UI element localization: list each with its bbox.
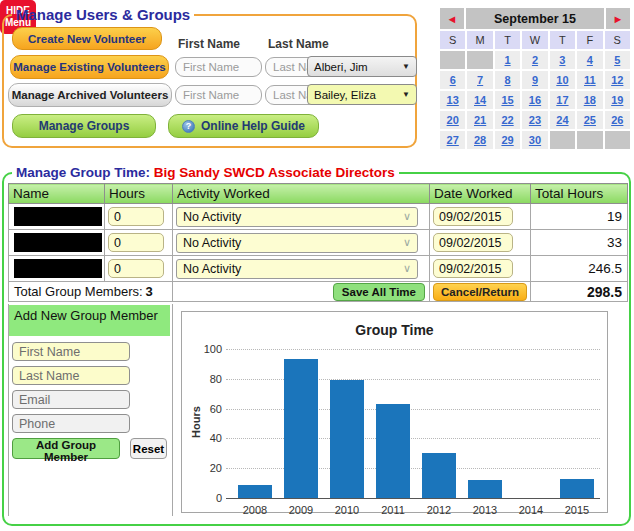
calendar-day-header: S <box>440 31 465 49</box>
calendar-date-link[interactable]: 1 <box>505 54 511 66</box>
activity-select[interactable]: No Activity∨ <box>176 233 418 253</box>
calendar-date-link[interactable]: 18 <box>584 94 596 106</box>
add-group-member-button[interactable]: Add Group Member <box>12 438 120 459</box>
chart-bar-2009 <box>284 359 318 498</box>
member-name-redacted <box>14 233 102 252</box>
calendar-date-link[interactable]: 13 <box>447 94 459 106</box>
calendar-date-link[interactable]: 4 <box>587 54 593 66</box>
chart-bar-2011 <box>376 404 410 498</box>
activity-selected-value: No Activity <box>183 210 241 224</box>
calendar-date-link[interactable]: 22 <box>501 114 513 126</box>
new-member-email-input[interactable] <box>12 390 130 409</box>
column-header: Hours <box>105 184 173 204</box>
row-total-hours: 33 <box>531 230 628 256</box>
date-worked-input[interactable] <box>433 259 513 278</box>
calendar-date-cell: 25 <box>577 111 602 129</box>
existing-volunteer-select[interactable]: Alberi, Jim ▼ <box>307 56 417 77</box>
calendar-date-cell: 30 <box>522 131 547 149</box>
calendar-date-link[interactable]: 3 <box>559 54 565 66</box>
calendar-date-link[interactable]: 12 <box>611 74 623 86</box>
calendar-date-link[interactable]: 6 <box>450 74 456 86</box>
calendar-date-link[interactable]: 20 <box>447 114 459 126</box>
total-group-members-label: Total Group Members: <box>14 284 143 299</box>
calendar-date-cell: 16 <box>522 91 547 109</box>
cancel-return-button[interactable]: Cancel/Return <box>433 283 527 301</box>
activity-select[interactable]: No Activity∨ <box>176 259 418 279</box>
calendar-title: September 15 <box>466 8 604 29</box>
calendar-date-link[interactable]: 27 <box>447 134 459 146</box>
calendar-date-link[interactable]: 2 <box>532 54 538 66</box>
calendar-date-cell: 9 <box>522 71 547 89</box>
calendar-date-link[interactable]: 21 <box>474 114 486 126</box>
calendar-date-cell: 29 <box>495 131 520 149</box>
activity-cell: No Activity∨ <box>173 204 430 230</box>
calendar-date-cell: 28 <box>467 131 492 149</box>
chart-title: Group Time <box>182 322 607 338</box>
calendar-date-link[interactable]: 23 <box>529 114 541 126</box>
chart-x-tick-label: 2010 <box>324 504 370 516</box>
calendar-date-cell: 20 <box>440 111 465 129</box>
chart-x-tick-label: 2014 <box>508 504 554 516</box>
hours-input[interactable] <box>108 233 164 252</box>
hours-cell <box>105 230 173 256</box>
existing-first-name-input[interactable] <box>175 57 262 77</box>
chart-bar-2012 <box>422 453 456 498</box>
chart-gridline <box>226 409 600 410</box>
new-member-first-name-input[interactable] <box>12 342 130 361</box>
calendar-date-link[interactable]: 15 <box>501 94 513 106</box>
help-question-icon: ? <box>182 120 195 133</box>
calendar-empty-cell <box>577 131 602 149</box>
calendar-date-link[interactable]: 9 <box>532 74 538 86</box>
new-member-phone-input[interactable] <box>12 414 130 433</box>
calendar-date-link[interactable]: 14 <box>474 94 486 106</box>
archived-first-name-input[interactable] <box>175 85 262 105</box>
calendar-date-link[interactable]: 19 <box>611 94 623 106</box>
create-new-volunteer-button[interactable]: Create New Volunteer <box>12 27 162 50</box>
date-worked-input[interactable] <box>433 233 513 252</box>
add-member-header: Add New Group Member <box>9 305 170 336</box>
calendar-date-link[interactable]: 7 <box>477 74 483 86</box>
activity-select[interactable]: No Activity∨ <box>176 207 418 227</box>
column-header: Activity Worked <box>173 184 430 204</box>
hours-input[interactable] <box>108 207 164 226</box>
hours-input[interactable] <box>108 259 164 278</box>
calendar-day-header: F <box>577 31 602 49</box>
manage-existing-volunteers-button[interactable]: Manage Existing Volunteers <box>10 55 169 79</box>
group-name: Big Sandy SWCD Associate Directors <box>154 165 395 180</box>
date-cell <box>430 204 531 230</box>
manage-archived-volunteers-button[interactable]: Manage Archived Volunteers <box>8 83 172 107</box>
calendar-date-link[interactable]: 16 <box>529 94 541 106</box>
calendar-date-cell: 19 <box>605 91 630 109</box>
calendar-date-cell: 10 <box>550 71 575 89</box>
calendar-empty-cell <box>605 131 630 149</box>
calendar-date-link[interactable]: 28 <box>474 134 486 146</box>
calendar-date-link[interactable]: 29 <box>501 134 513 146</box>
group-time-title: Manage Group Time: <box>16 165 150 180</box>
calendar-date-link[interactable]: 5 <box>614 54 620 66</box>
dropdown-arrow-icon: ▼ <box>402 62 410 71</box>
activity-selected-value: No Activity <box>183 236 241 250</box>
calendar-date-link[interactable]: 8 <box>505 74 511 86</box>
calendar-date-link[interactable]: 26 <box>611 114 623 126</box>
archived-volunteer-selected: Bailey, Eliza <box>314 89 376 101</box>
calendar-date-link[interactable]: 10 <box>556 74 568 86</box>
calendar-date-link[interactable]: 17 <box>556 94 568 106</box>
manage-groups-button[interactable]: Manage Groups <box>12 114 156 138</box>
chart-y-tick-label: 40 <box>182 432 222 444</box>
calendar-prev-button[interactable]: ◄ <box>440 8 464 29</box>
calendar-date-link[interactable]: 25 <box>584 114 596 126</box>
date-worked-input[interactable] <box>433 207 513 226</box>
calendar-next-button[interactable]: ► <box>606 8 630 29</box>
group-time-chart: Group Time Hours 02040608010020082009201… <box>181 311 608 513</box>
archived-volunteer-select[interactable]: Bailey, Eliza ▼ <box>307 84 417 105</box>
online-help-guide-button[interactable]: ? Online Help Guide <box>168 114 319 138</box>
calendar-date-link[interactable]: 11 <box>584 74 596 86</box>
save-all-time-button[interactable]: Save All Time <box>333 283 425 301</box>
calendar-date-cell: 14 <box>467 91 492 109</box>
chart-bar-2008 <box>238 485 272 498</box>
calendar-date-link[interactable]: 24 <box>556 114 568 126</box>
calendar-date-link[interactable]: 30 <box>529 134 541 146</box>
chart-x-tick-label: 2013 <box>462 504 508 516</box>
reset-button[interactable]: Reset <box>130 438 167 459</box>
new-member-last-name-input[interactable] <box>12 366 130 385</box>
